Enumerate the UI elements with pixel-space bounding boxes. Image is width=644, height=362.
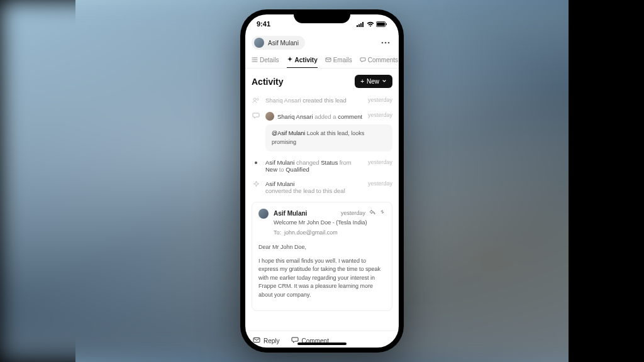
mention: @Asif Mulani [272,130,305,136]
battery-icon [376,21,387,27]
svg-point-11 [253,98,256,101]
svg-point-8 [385,42,387,44]
activity-feed: Shariq Ansari created this lead yesterda… [245,93,399,331]
activity-item-status: Asif Mulani changed Status from New to Q… [252,155,392,177]
avatar [265,112,274,121]
cellular-signal-icon [357,21,365,27]
app-screen: 9:41 Asif Mulani [245,14,399,348]
timestamp: yesterday [341,209,365,218]
wifi-icon [367,21,374,27]
to-label: To: [274,229,281,236]
section-title: Activity [252,77,284,87]
mail-icon [253,336,260,345]
tab-comments[interactable]: Comments [360,53,398,68]
tab-activity[interactable]: Activity [287,53,318,69]
actor-name: Shariq Ansari [265,97,301,104]
pre-text: changed [296,159,319,166]
svg-rect-6 [386,23,387,25]
timestamp: yesterday [368,97,392,104]
header-row: Asif Mulani [245,33,399,53]
timestamp: yesterday [368,180,392,194]
avatar [258,209,269,219]
tab-label: Activity [295,57,318,63]
svg-rect-2 [360,23,362,27]
tab-label: Emails [333,57,352,63]
timestamp: yesterday [368,159,392,173]
svg-rect-1 [358,24,360,27]
svg-rect-0 [357,25,358,27]
svg-point-9 [388,42,390,44]
action-text: created this lead [303,97,347,104]
comment-icon [252,112,260,151]
reply-icon[interactable] [369,209,375,218]
to-value: Qualified [286,166,309,173]
activity-item-created: Shariq Ansari created this lead yesterda… [252,93,392,108]
actor-name: Shariq Ansari [277,113,313,120]
action-object: comment [338,113,362,120]
svg-point-7 [382,42,384,44]
dot-icon [255,162,257,164]
mid-text: from [340,159,352,166]
chevron-down-icon [382,78,387,85]
comment-body: @Asif Mulani Look at this lead, looks pr… [265,124,392,151]
email-greeting: Dear Mr John Doe, [258,243,386,252]
new-label: New [367,78,379,85]
mid2-text: to [279,166,284,173]
action-text: converted the lead to this deal [265,187,345,194]
email-to: john.doe@gmail.com [284,229,338,236]
tab-details[interactable]: Details [252,53,279,68]
actor-name: Asif Mulani [265,159,294,166]
mail-icon [325,57,331,64]
reply-button[interactable]: Reply [253,336,280,345]
phone-frame: 9:41 Asif Mulani [240,9,404,353]
new-button[interactable]: + New [355,75,392,88]
activity-item-converted: Asif Mulani converted the lead to this d… [252,177,392,198]
phone-notch [294,9,350,23]
section-header: Activity + New [245,69,399,93]
tab-bar: Details Activity Emails Comments [245,53,399,69]
tab-emails[interactable]: Emails [325,53,352,68]
sparkle-icon [287,56,293,63]
home-indicator[interactable] [297,343,347,345]
field-name: Status [321,159,338,166]
tab-label: Comments [368,57,398,63]
reply-label: Reply [264,337,280,344]
status-time: 9:41 [257,20,270,28]
avatar [254,38,264,48]
link-icon[interactable] [379,209,386,218]
sparkle-icon [252,180,260,194]
email-sender: Asif Mulani [274,209,307,218]
svg-rect-5 [377,22,385,26]
actor-name: Asif Mulani [265,180,294,187]
email-card[interactable]: Asif Mulani yesterday Welcome Mr John Do… [252,202,392,311]
action-text: added a [314,113,336,120]
tab-label: Details [260,57,279,63]
users-icon [252,97,260,104]
contact-name: Asif Mulani [268,40,299,47]
contact-chip[interactable]: Asif Mulani [252,36,305,50]
more-button[interactable] [379,36,392,50]
svg-rect-3 [362,22,364,27]
comment-icon [360,57,366,64]
email-subject: Welcome Mr John Doe - (Tesla India) [274,219,386,228]
email-paragraph: I hope this email finds you well. I want… [258,257,386,300]
timestamp: yesterday [368,112,392,121]
from-value: New [265,166,277,173]
plus-icon: + [360,78,364,85]
list-icon [252,57,258,64]
svg-point-12 [257,99,258,101]
activity-item-comment: Shariq Ansari added a comment yesterday … [252,108,392,155]
email-body: Dear Mr John Doe, I hope this email find… [258,243,386,299]
